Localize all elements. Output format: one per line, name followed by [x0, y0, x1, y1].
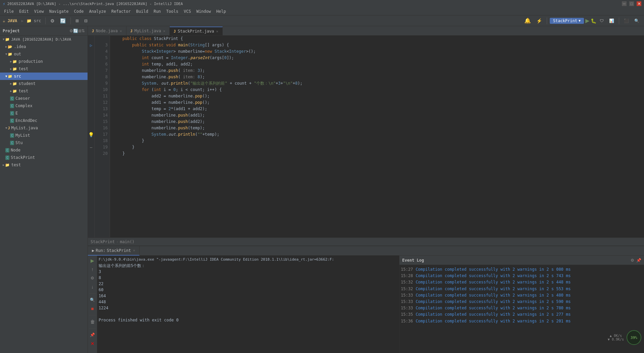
find-button[interactable]: 🔍 — [632, 17, 641, 25]
tree-item-idea[interactable]: ▶ 📂 .idea — [0, 43, 88, 50]
log-link-9[interactable]: Compilation completed successfully with … — [416, 318, 571, 324]
menu-build[interactable]: Build — [133, 8, 151, 14]
memory-indicator[interactable]: 39% — [627, 330, 641, 345]
log-link-3[interactable]: Compilation completed successfully with … — [416, 279, 571, 285]
log-link-2[interactable]: Compilation completed successfully with … — [416, 273, 571, 279]
menu-view[interactable]: View — [32, 8, 47, 14]
sidebar-sync-button[interactable]: 🔄 — [73, 29, 78, 33]
run-filter-button[interactable]: 🔍 — [89, 296, 96, 304]
log-entry-7: 15:33 Compilation completed successfully… — [401, 305, 643, 311]
code-line-3: public static void main(String[] args) { — [113, 42, 641, 48]
tree-item-encanddec[interactable]: C EncAndDec — [0, 117, 88, 124]
tree-item-complex[interactable]: C Complex — [0, 102, 88, 109]
tab-close-node[interactable]: ✕ — [120, 29, 122, 33]
sidebar-header: Project ⚙ 🔄 ⊞ ⇅ — [0, 26, 88, 36]
tree-item-caeser[interactable]: C Caeser — [0, 95, 88, 102]
student-folder-icon: 📁 — [12, 82, 17, 86]
event-log-title: Event Log — [402, 258, 424, 263]
sync-button[interactable]: 🔄 — [58, 17, 68, 25]
run-config-selector[interactable]: StackPrint ▼ — [550, 18, 584, 24]
expand-button[interactable]: ⊞ — [73, 17, 81, 25]
breadcrumb-method[interactable]: main() — [120, 239, 134, 244]
collapse-button[interactable]: ⊟ — [82, 17, 90, 25]
notification-button[interactable]: 🔔 — [522, 17, 533, 25]
project-label: Project — [3, 29, 20, 33]
build-indicator[interactable]: ⚡ — [534, 17, 544, 25]
terminal-button[interactable]: ⬛ — [622, 17, 631, 25]
menu-tools[interactable]: Tools — [164, 8, 181, 14]
menu-help[interactable]: Help — [214, 8, 229, 14]
tab-stackprint-java[interactable]: J StackPrint.java ✕ — [170, 27, 223, 35]
log-link-8[interactable]: Compilation completed successfully with … — [416, 311, 571, 318]
debug-button[interactable]: 🐛 — [591, 18, 596, 24]
menu-refactor[interactable]: Refactor — [109, 8, 133, 14]
sidebar-settings-button[interactable]: ⚙ — [69, 29, 73, 33]
run-settings-button[interactable]: ⚙ — [89, 274, 96, 282]
code-line-18: } — [113, 138, 641, 144]
tree-item-test-src[interactable]: ▶ 📁 test — [0, 87, 88, 95]
menu-vcs[interactable]: VCS — [181, 8, 194, 14]
menu-run[interactable]: Run — [151, 8, 164, 14]
run-pin-button[interactable]: 📌 — [89, 331, 96, 339]
gutter-cell-3[interactable]: ▷ — [88, 42, 94, 48]
run-stop-button[interactable]: ■ — [89, 305, 96, 312]
event-log-close-button[interactable]: 📌 — [636, 258, 641, 263]
sidebar-expand-button[interactable]: ⊞ — [78, 29, 82, 33]
menu-edit[interactable]: Edit — [16, 8, 32, 14]
ln-7: 7 — [97, 68, 108, 74]
tree-item-mylist-class[interactable]: C MyList — [0, 132, 88, 139]
code-content-area[interactable]: public class StackPrint { public static … — [110, 36, 644, 237]
run-button[interactable]: ▶ — [585, 17, 589, 24]
tree-item-node[interactable]: C Node — [0, 146, 88, 154]
tree-item-out[interactable]: ▼ 📁 out — [0, 50, 88, 58]
ln-3: 3 — [97, 42, 108, 48]
run-close-button[interactable]: ✕ — [89, 340, 96, 347]
log-link-1[interactable]: Compilation completed successfully with … — [416, 266, 571, 273]
fold-icon-19[interactable]: – — [90, 145, 92, 150]
menu-code[interactable]: Code — [71, 8, 87, 14]
run-output[interactable]: F:\jdk-9.0.4\bin\java.exe "-javaagent:F:… — [97, 256, 399, 353]
tree-item-stu[interactable]: C Stu — [0, 139, 88, 146]
run-down-button[interactable]: ↓ — [89, 283, 96, 291]
tab-close-stackprint[interactable]: ✕ — [216, 29, 218, 34]
run-again-button[interactable]: ▶ — [89, 257, 96, 264]
gutter-cell-13 — [88, 106, 94, 112]
tree-item-student[interactable]: ▶ 📁 student — [0, 80, 88, 87]
tree-item-e[interactable]: C E — [0, 109, 88, 117]
run-up-button[interactable]: ↑ — [89, 266, 96, 273]
minimize-button[interactable]: ─ — [622, 1, 627, 6]
event-log-settings-button[interactable]: ⚙ — [631, 258, 634, 263]
sidebar-sort-button[interactable]: ⇅ — [82, 29, 85, 33]
menu-file[interactable]: File — [1, 8, 16, 14]
log-link-7[interactable]: Compilation completed successfully with … — [416, 305, 571, 311]
log-link-4[interactable]: Compilation completed successfully with … — [416, 286, 571, 292]
memory-percent: 39% — [631, 336, 637, 340]
breadcrumb-class[interactable]: StackPrint — [91, 239, 115, 244]
tree-item-mylist-java[interactable]: ▼ J MyList.java — [0, 124, 88, 132]
tree-item-test-out[interactable]: ▶ 📁 test — [0, 65, 88, 73]
close-button[interactable]: ✕ — [637, 1, 641, 6]
bottom-tab-run[interactable]: ▶ Run: StackPrint ✕ — [88, 246, 140, 256]
maximize-button[interactable]: □ — [629, 1, 634, 6]
tree-item-production[interactable]: ▶ 📁 production — [0, 58, 88, 65]
log-link-5[interactable]: Compilation completed successfully with … — [416, 292, 571, 299]
code-line-20: } — [113, 150, 641, 157]
menu-navigate[interactable]: Navigate — [47, 8, 71, 14]
settings-button[interactable]: ⚙ — [48, 17, 57, 25]
coverage-button[interactable]: 🛡 — [598, 17, 606, 25]
tab-close-mylist[interactable]: ✕ — [163, 29, 165, 33]
run-tab-close[interactable]: ✕ — [133, 248, 135, 253]
menu-analyze[interactable]: Analyze — [86, 8, 109, 14]
log-time-3: 15:32 — [401, 279, 413, 285]
run-clear-button[interactable]: 🗑 — [89, 318, 96, 325]
menu-window[interactable]: Window — [194, 8, 213, 14]
tree-item-src[interactable]: ▼ 📁 src — [0, 73, 88, 80]
tab-mylist-java[interactable]: J MyList.java ✕ — [126, 27, 170, 35]
profile-button[interactable]: 📊 — [607, 17, 616, 25]
log-link-6[interactable]: Compilation completed successfully with … — [416, 299, 571, 305]
tree-item-stackprint[interactable]: C StackPrint — [0, 154, 88, 161]
tree-item-test-root[interactable]: ▶ 📁 test — [0, 161, 88, 169]
tree-item-root[interactable]: ▼ 📁 JAVA [20165228JAVA] D:\JAVA — [0, 36, 88, 43]
tab-node-java[interactable]: J Node.java ✕ — [88, 27, 126, 35]
ln-blank — [97, 36, 108, 42]
